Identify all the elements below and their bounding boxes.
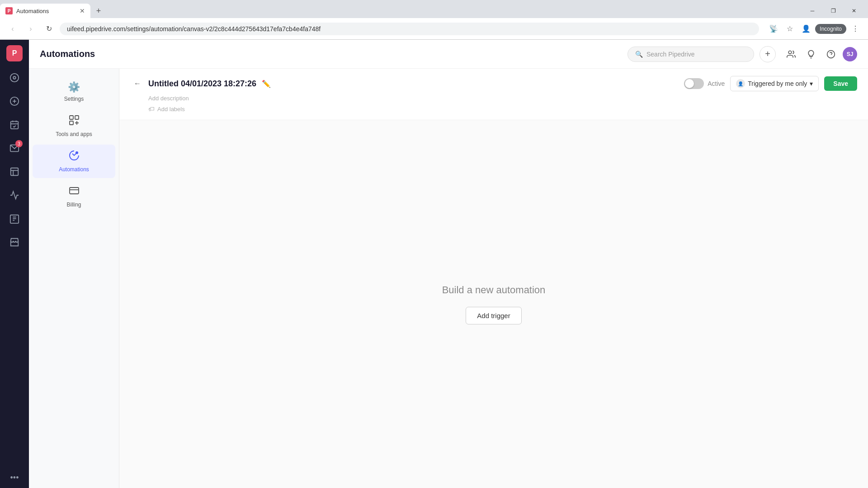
svg-point-17	[788, 51, 792, 54]
mail-badge: 3	[15, 140, 23, 147]
more-menu-icon[interactable]: ⋮	[848, 22, 863, 36]
billing-icon	[69, 185, 80, 199]
tab-title: Automations	[16, 8, 76, 14]
svg-rect-24	[70, 188, 79, 194]
sidebar-item-tools[interactable]: Tools and apps	[33, 109, 115, 143]
canvas-empty-title: Build a new automation	[442, 284, 546, 296]
svg-rect-5	[11, 122, 19, 129]
add-trigger-button[interactable]: Add trigger	[466, 307, 521, 324]
close-button[interactable]: ✕	[844, 4, 864, 18]
users-icon[interactable]	[783, 46, 799, 62]
automation-controls: Active 👤 Triggered by me only ▾ Save	[684, 76, 857, 91]
url-text: uifeed.pipedrive.com/settings/automation…	[67, 25, 752, 33]
automations-icon	[69, 150, 80, 164]
search-icon: 🔍	[635, 51, 643, 58]
browser-tab[interactable]: P Automations ✕	[0, 4, 90, 18]
app-logo[interactable]: P	[6, 45, 23, 61]
sidebar-item-automations[interactable]: Automations	[33, 145, 115, 178]
nav-refresh-button[interactable]: ↻	[42, 22, 56, 36]
svg-point-1	[13, 76, 16, 79]
nav-mail-icon[interactable]: 3	[4, 137, 25, 159]
settings-sidebar: ⚙️ Settings Tools and apps Automations	[29, 69, 119, 488]
bookmark-icon[interactable]: ☆	[783, 22, 797, 36]
toggle-knob	[685, 79, 694, 88]
search-input[interactable]: Search Pipedrive	[646, 51, 746, 58]
nav-reports-icon[interactable]	[4, 161, 25, 183]
svg-rect-20	[70, 116, 73, 119]
tools-icon	[69, 115, 80, 128]
add-description[interactable]: Add description	[130, 95, 857, 102]
svg-rect-10	[11, 168, 19, 176]
active-toggle[interactable]	[684, 78, 704, 89]
nav-products-icon[interactable]	[4, 208, 25, 230]
cast-icon[interactable]: 📡	[766, 22, 781, 36]
incognito-button[interactable]: Incognito	[815, 24, 846, 34]
tab-favicon: P	[5, 7, 13, 14]
maximize-button[interactable]: ❐	[823, 4, 844, 18]
new-tab-button[interactable]: +	[92, 5, 105, 17]
left-navigation: P 3 •••	[0, 40, 29, 488]
profile-icon[interactable]: 👤	[799, 22, 813, 36]
automations-label: Automations	[59, 166, 89, 173]
save-button[interactable]: Save	[824, 76, 857, 91]
avatar[interactable]: SJ	[843, 47, 857, 61]
nav-home-icon[interactable]	[4, 67, 25, 89]
add-button[interactable]: +	[760, 46, 776, 62]
svg-point-23	[75, 151, 78, 154]
sidebar-item-settings[interactable]: ⚙️ Settings	[33, 76, 115, 108]
edit-title-icon[interactable]: ✏️	[260, 78, 273, 90]
address-bar[interactable]: uifeed.pipedrive.com/settings/automation…	[60, 23, 759, 35]
automation-header: ← Untitled 04/01/2023 18:27:26 ✏️ Active	[119, 69, 868, 120]
chevron-down-icon: ▾	[810, 80, 813, 87]
add-labels-text: Add labels	[157, 106, 185, 113]
nav-deals-icon[interactable]	[4, 90, 25, 112]
help-icon[interactable]	[823, 46, 839, 62]
automation-title-row: ← Untitled 04/01/2023 18:27:26 ✏️ Active	[130, 76, 857, 91]
nav-more-icon[interactable]: •••	[10, 473, 19, 483]
svg-point-0	[10, 74, 19, 82]
nav-activities-icon[interactable]	[4, 114, 25, 136]
nav-analytics-icon[interactable]	[4, 184, 25, 206]
nav-store-icon[interactable]	[4, 231, 25, 253]
label-icon: 🏷	[148, 105, 155, 113]
tab-close-btn[interactable]: ✕	[80, 7, 85, 14]
canvas-area: ← Untitled 04/01/2023 18:27:26 ✏️ Active	[119, 69, 868, 488]
sidebar-item-billing[interactable]: Billing	[33, 180, 115, 213]
nav-back-button[interactable]: ‹	[5, 22, 20, 36]
billing-label: Billing	[66, 202, 81, 208]
active-toggle-wrapper: Active	[684, 78, 725, 89]
automation-canvas: Build a new automation Add trigger	[119, 120, 868, 488]
trigger-dropdown-label: Triggered by me only	[748, 80, 807, 87]
settings-label: Settings	[64, 96, 84, 102]
trigger-dropdown[interactable]: 👤 Triggered by me only ▾	[730, 76, 819, 91]
header-actions: SJ	[783, 46, 857, 62]
add-labels[interactable]: 🏷 Add labels	[130, 105, 857, 113]
tools-label: Tools and apps	[56, 131, 92, 137]
minimize-button[interactable]: ─	[802, 4, 823, 18]
trigger-user-icon: 👤	[736, 79, 745, 88]
svg-rect-21	[75, 116, 79, 119]
lightbulb-icon[interactable]	[803, 46, 819, 62]
search-bar[interactable]: 🔍 Search Pipedrive	[627, 47, 754, 62]
back-button[interactable]: ←	[130, 76, 145, 91]
automation-title: Untitled 04/01/2023 18:27:26	[148, 79, 256, 89]
svg-rect-22	[70, 121, 73, 125]
settings-icon: ⚙️	[68, 81, 80, 93]
svg-rect-13	[10, 215, 19, 223]
incognito-label: Incognito	[820, 26, 842, 32]
active-label: Active	[708, 80, 725, 87]
nav-forward-button[interactable]: ›	[24, 22, 38, 36]
page-header: Automations 🔍 Search Pipedrive + SJ	[29, 40, 868, 69]
page-title: Automations	[40, 49, 627, 59]
